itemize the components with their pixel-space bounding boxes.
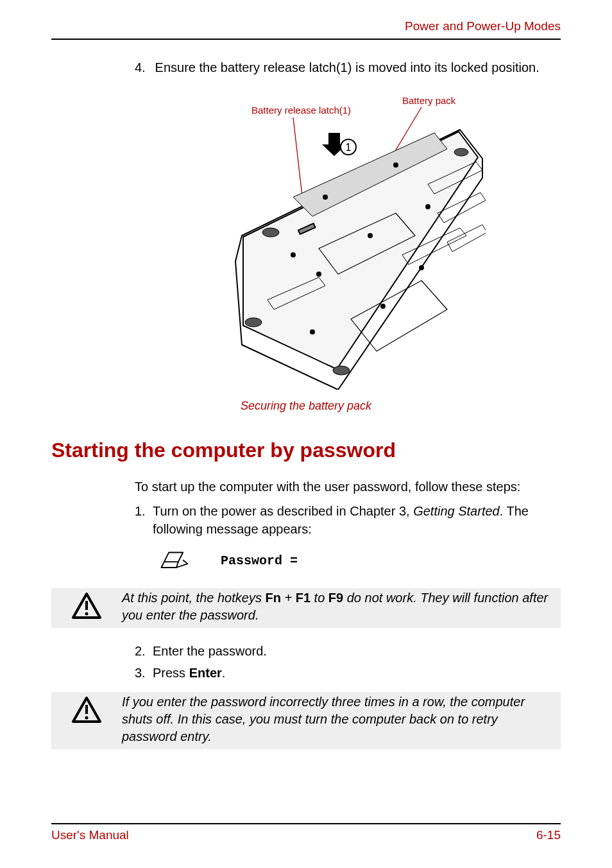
svg-point-24 [426,205,430,209]
svg-point-30 [310,330,314,334]
step-2-text: Enter the password. [153,642,561,660]
step-3: 3. Press Enter. [135,664,561,682]
footer-left: User's Manual [51,828,129,842]
step-2: 2. Enter the password. [135,642,561,660]
laptop-icon [160,550,189,571]
step-3-num: 3. [135,664,153,682]
svg-point-29 [381,304,385,308]
svg-point-28 [420,266,423,270]
svg-point-22 [323,195,327,199]
warning-note-2-text: If you enter the password incorrectly th… [122,693,561,745]
warning-note-1: At this point, the hotkeys Fn + F1 to F9… [51,588,561,628]
svg-point-27 [291,253,295,257]
footer-right: 6-15 [536,828,561,842]
step-4-num: 4. [135,59,151,76]
step-1-num: 1. [135,502,153,538]
section-heading: Starting the computer by password [51,438,561,462]
svg-text:1: 1 [345,141,351,153]
svg-point-26 [317,272,321,276]
svg-point-34 [85,612,89,616]
svg-point-19 [245,318,262,327]
password-prompt: Password = [221,553,298,568]
warning-note-2: If you enter the password incorrectly th… [51,692,561,749]
step-2-num: 2. [135,642,153,660]
svg-point-21 [454,148,468,156]
step-4: 4. Ensure the battery release latch(1) i… [135,59,561,76]
label-pack: Battery pack [402,95,456,106]
svg-point-20 [333,366,350,375]
page-header-section: Power and Power-Up Modes [51,19,561,39]
warning-icon [51,589,122,620]
label-latch: Battery release latch(1) [251,105,351,116]
svg-point-18 [262,228,279,237]
battery-diagram: Battery release latch(1) Battery pack 1 … [126,88,486,393]
rule-top [51,39,561,40]
warning-note-1-text: At this point, the hotkeys Fn + F1 to F9… [122,589,561,624]
figure-caption: Securing the battery pack [51,399,561,413]
step-4-text: Ensure the battery release latch(1) is m… [155,60,540,74]
svg-point-25 [368,234,372,238]
password-prompt-row: Password = [160,550,561,571]
svg-marker-15 [447,225,486,252]
step-3-text: Press Enter. [153,664,561,682]
warning-icon [51,693,122,724]
step-1: 1. Turn on the power as described in Cha… [135,502,561,538]
step-1-text: Turn on the power as described in Chapte… [153,502,561,538]
svg-point-37 [85,716,89,720]
intro-text: To start up the computer with the user p… [135,478,561,496]
svg-point-23 [394,163,398,167]
